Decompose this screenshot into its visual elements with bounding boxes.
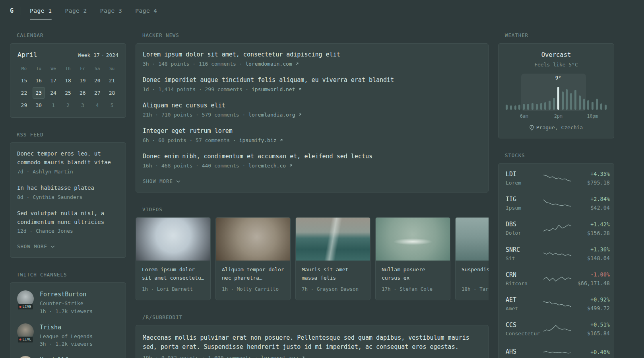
stock-name: Dolor [506,230,543,237]
hn-item-link[interactable]: loremtech.co [248,163,293,169]
stock-price: $156.28 [572,230,610,237]
video-title[interactable]: Mauris sit amet massa felis [302,265,364,282]
video-title[interactable]: Lorem ipsum dolor sit amet consectetu… [142,265,204,282]
post-stats: 19h · 9,932 points · 1,090 comments · [143,355,261,358]
chevron-down-icon [50,245,55,248]
twitch-widget-title: TWITCH CHANNELS [17,271,126,278]
middle-column: HACKER NEWS Lorem ipsum dolor sit amet, … [136,32,489,358]
stocks-widget: STOCKS LDILorem+4.35%$795.18IIGIpsum+2.8… [498,152,614,358]
hn-item-title[interactable]: Lorem ipsum dolor sit amet, consectetur … [143,51,481,59]
rss-item-meta: 8d · Cynthia Saunders [17,194,119,201]
hn-item-link[interactable]: ipsumworld.net [252,86,302,92]
channel-name[interactable]: ForrestBurton [40,290,93,299]
channel-game: Counter-Strike [40,300,93,307]
video-title[interactable]: Aliquam tempor dolor nec pharetra… [222,265,284,282]
temperature-bar [514,105,516,110]
video-card[interactable]: Mauris sit amet massa felis7h · Grayson … [295,217,370,300]
hn-item-title[interactable]: Aliquam nec cursus elit [143,101,481,110]
hn-item: Donec enim nibh, condimentum et accumsan… [143,152,481,169]
avatar: LIVE [17,290,34,307]
calendar-day-header: Tu [31,64,46,75]
channel-info: TrishaLeague of Legends3h · 1.2k viewers [40,323,93,348]
stock-info: AETAmet [506,296,543,312]
temperature-bar [579,95,581,110]
video-title[interactable]: Nullam posuere cursus ex [382,265,444,282]
stock-change: +0.46% [572,348,610,356]
live-badge: LIVE [17,304,33,310]
video-title[interactable]: Suspendisse diam [462,265,489,282]
calendar-day-header: Su [105,64,119,75]
channel-game: League of Legends [40,333,93,340]
tab-page-3[interactable]: Page 3 [100,0,122,22]
channel-name[interactable]: KendallCarr [40,356,79,358]
twitch-channel[interactable]: LIVEForrestBurtonCounter-Strike1h · 1.7k… [17,290,119,315]
channel-viewers: 3h · 1.2k viewers [40,340,93,348]
stock-sparkline [543,198,572,210]
video-thumbnail-canoe-fishermen [376,218,450,261]
post-title[interactable]: Maecenas mollis pulvinar erat non posuer… [143,333,481,351]
temperature-bars [506,82,607,110]
rss-item-title[interactable]: In hac habitasse platea [17,184,119,193]
video-card[interactable]: Lorem ipsum dolor sit amet consectetu…1h… [136,217,211,300]
page-tabs: Page 1Page 2Page 3Page 4 [30,0,171,22]
hn-item-title[interactable]: Donec enim nibh, condimentum et accumsan… [143,152,481,161]
stock-row[interactable]: LDILorem+4.35%$795.18 [505,166,607,191]
hn-item-link[interactable]: loremlandia.org [248,112,302,118]
temperature-bar [562,91,564,110]
hn-item: Integer eget rutrum lorem6h · 60 points … [143,127,481,144]
subreddit-post: Maecenas mollis pulvinar erat non posuer… [136,325,489,358]
video-card[interactable]: Suspendisse diam18h · Tara [455,217,489,300]
tab-page-4[interactable]: Page 4 [135,0,157,22]
video-meta: 7h · Grayson Dawson [302,286,364,293]
twitch-channel[interactable]: LIVETrishaLeague of Legends3h · 1.2k vie… [17,323,119,348]
app-logo[interactable]: G [10,0,14,22]
video-card[interactable]: Aliquam tempor dolor nec pharetra…1h · M… [215,217,291,300]
stock-row[interactable]: SNRCSit+1.36%$148.64 [505,241,607,267]
hn-item-link[interactable]: loremdomain.com [245,61,299,67]
tab-page-1[interactable]: Page 1 [30,0,52,22]
calendar-day: 20 [91,75,103,86]
external-link-icon [298,113,302,117]
rss-item-title[interactable]: Sed volutpat nulla nisl, a condimentum n… [17,209,119,226]
hn-item-title[interactable]: Integer eget rutrum lorem [143,127,481,135]
post-link[interactable]: loremnet.xyz [261,355,305,358]
weather-chart: 9° [506,75,607,110]
weather-location: Prague, Czechia [505,124,607,131]
calendar-day: 30 [33,99,45,111]
stock-row[interactable]: CCSConsectetur+0.51%$165.84 [505,317,607,342]
hn-item-stats: 21h · 710 points · 579 comments · [143,112,248,118]
show-more-button[interactable]: SHOW MORE [143,178,481,185]
subreddit-list: Maecenas mollis pulvinar erat non posuer… [136,325,489,358]
hn-item-title[interactable]: Donec imperdiet augue tincidunt felis al… [143,76,481,84]
stock-row[interactable]: CRNBitcorn-1.00%$66,171.48 [505,267,607,292]
stock-row[interactable]: DBSDolor+1.42%$156.28 [505,216,607,241]
stock-name: Amet [506,305,543,312]
stock-sparkline [543,173,572,185]
stock-sparkline [543,323,572,335]
rss-widget-title: RSS FEED [17,131,126,138]
stocks-widget-title: STOCKS [505,152,614,159]
stock-symbol: CRN [506,271,543,279]
temperature-bar [570,93,572,110]
stock-row[interactable]: IIGIpsum+2.84%$42.04 [505,191,607,216]
twitch-channel[interactable]: KendallCarr [17,356,119,358]
external-link-icon [279,138,283,142]
stock-info: AHS [506,348,543,357]
hn-item-meta: 21h · 710 points · 579 comments · loreml… [143,111,481,119]
calendar-day: 27 [91,87,103,99]
video-card[interactable]: Nullam posuere cursus ex17h · Stefan Col… [375,217,450,300]
stock-row[interactable]: AHS+0.46% [505,342,607,358]
rss-item-title[interactable]: Donec tempor eros leo, ut commodo mauris… [17,150,119,167]
stock-name: Bitcorn [506,280,543,287]
temperature-bar-current [557,87,559,110]
stock-change: +0.92% [572,296,610,304]
channel-name[interactable]: Trisha [40,323,93,332]
live-label: LIVE [23,337,31,342]
show-more-button[interactable]: SHOW MORE [17,243,119,250]
tab-page-2[interactable]: Page 2 [65,0,87,22]
stock-sparkline [543,298,572,310]
hn-item-link[interactable]: ipsumify.biz [239,137,283,143]
hn-item-stats: 1d · 1,414 points · 299 comments · [143,86,252,92]
stock-row[interactable]: AETAmet+0.92%$499.72 [505,292,607,317]
stock-sparkline [543,248,572,260]
